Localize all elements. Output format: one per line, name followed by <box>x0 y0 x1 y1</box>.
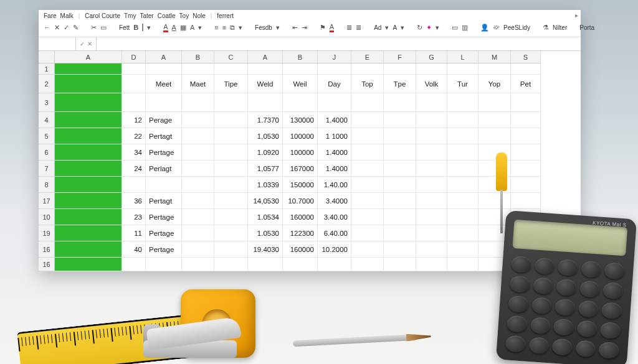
cell[interactable] <box>55 258 122 271</box>
cell[interactable]: Yop <box>478 75 511 93</box>
row-header[interactable]: 4 <box>39 112 55 128</box>
cell[interactable]: 36 <box>122 193 146 209</box>
dropdown-icon[interactable]: ▾ <box>147 22 151 32</box>
dropdown-icon[interactable]: ▾ <box>276 22 280 32</box>
arrow-left-icon[interactable]: ← <box>44 22 50 32</box>
cell[interactable] <box>122 93 146 112</box>
row-header[interactable]: 5 <box>39 128 55 144</box>
row-header[interactable]: 17 <box>39 193 55 209</box>
cell[interactable] <box>283 93 318 112</box>
scroll-right-icon[interactable]: ▸ <box>575 12 578 19</box>
col-header-B[interactable]: B <box>182 51 214 63</box>
cell[interactable] <box>416 225 447 241</box>
cell[interactable]: Pertagt <box>146 193 182 209</box>
indent-dec-icon[interactable]: ⇤ <box>292 22 298 32</box>
col-header-L[interactable]: L <box>447 51 478 63</box>
cell[interactable]: 3.40.00 <box>318 209 351 225</box>
row-header[interactable]: 8 <box>39 177 55 193</box>
cell[interactable]: 40 <box>122 241 146 258</box>
cell[interactable] <box>214 161 248 177</box>
cell[interactable]: 10.2000 <box>318 241 351 258</box>
cell[interactable] <box>182 258 214 271</box>
dropdown-icon[interactable]: ▾ <box>401 22 404 32</box>
check-icon[interactable]: ✓ <box>64 22 69 32</box>
cell[interactable] <box>511 112 541 128</box>
formula-input[interactable] <box>97 37 581 50</box>
cell[interactable] <box>214 144 248 161</box>
cell[interactable]: 3.4000 <box>318 193 351 209</box>
align-center-icon[interactable]: ≡ <box>222 22 226 32</box>
cell[interactable]: 1,0577 <box>248 161 283 177</box>
cell[interactable] <box>384 209 416 225</box>
underline-a-icon[interactable]: A <box>172 22 176 32</box>
cell[interactable] <box>146 63 182 75</box>
cell[interactable] <box>351 193 384 209</box>
cell[interactable]: Top <box>351 75 384 93</box>
cell[interactable] <box>351 241 384 258</box>
highlight-color-icon[interactable] <box>142 24 143 31</box>
refresh-icon[interactable]: ↻ <box>417 22 422 32</box>
cell[interactable] <box>478 128 511 144</box>
cell[interactable] <box>55 144 122 161</box>
dropdown-icon[interactable]: ▾ <box>239 22 242 32</box>
cell[interactable] <box>511 193 541 209</box>
cell[interactable] <box>55 93 122 112</box>
cell[interactable] <box>146 177 182 193</box>
cell[interactable] <box>55 225 122 241</box>
cell[interactable]: 34 <box>122 144 146 161</box>
cell[interactable] <box>351 161 384 177</box>
cell[interactable] <box>447 63 478 75</box>
cell[interactable] <box>182 177 214 193</box>
fx-x-icon[interactable]: ✕ <box>87 40 92 47</box>
row-header[interactable]: 19 <box>39 225 55 241</box>
cell[interactable] <box>416 144 447 161</box>
cell[interactable] <box>283 63 318 75</box>
cell[interactable]: 24 <box>122 161 146 177</box>
cell[interactable] <box>283 258 318 271</box>
cell[interactable] <box>318 63 351 75</box>
cell[interactable] <box>416 193 447 209</box>
cell[interactable] <box>511 63 541 75</box>
cell[interactable]: Pertage <box>146 209 182 225</box>
cell[interactable]: Weil <box>283 75 318 93</box>
cell[interactable]: 12 <box>122 112 146 128</box>
filter-icon[interactable]: ⚗ <box>543 22 549 32</box>
col-header-B[interactable]: B <box>283 51 318 63</box>
cell[interactable] <box>248 63 283 75</box>
wrap2-icon[interactable]: ≣ <box>356 22 361 32</box>
cell[interactable] <box>511 93 541 112</box>
cell[interactable]: 1,0530 <box>248 128 283 144</box>
cell[interactable] <box>214 93 248 112</box>
cell[interactable]: 19.4030 <box>248 241 283 258</box>
cell[interactable] <box>351 93 384 112</box>
merge-icon[interactable]: ⧉ <box>230 22 235 32</box>
col-header-A[interactable]: A <box>248 51 283 63</box>
cell[interactable]: 10.7000 <box>283 193 318 209</box>
cell[interactable] <box>351 225 384 241</box>
scissors-icon[interactable]: ✂ <box>91 22 97 32</box>
cell[interactable]: Maet <box>182 75 214 93</box>
col-header-J[interactable]: J <box>318 51 351 63</box>
cell[interactable] <box>55 63 122 75</box>
cell[interactable]: Tpe <box>384 75 416 93</box>
cell[interactable] <box>511 128 541 144</box>
cell[interactable] <box>122 177 146 193</box>
cell[interactable] <box>478 93 511 112</box>
cell[interactable] <box>447 112 478 128</box>
menu-coatle[interactable]: Coatle <box>158 12 176 19</box>
a-icon[interactable]: A <box>190 22 194 32</box>
cell[interactable] <box>478 63 511 75</box>
cell[interactable] <box>214 209 248 225</box>
cell[interactable] <box>55 177 122 193</box>
cell[interactable] <box>182 241 214 258</box>
insert-icon[interactable]: ▭ <box>452 22 458 32</box>
cell[interactable] <box>478 112 511 128</box>
col-header-A[interactable]: A <box>146 51 182 63</box>
a-red-icon[interactable]: A <box>330 22 334 32</box>
cell[interactable]: 23 <box>122 209 146 225</box>
cell[interactable] <box>447 193 478 209</box>
row-header[interactable]: 3 <box>39 93 55 112</box>
cell[interactable]: 100000 <box>283 144 318 161</box>
cell[interactable] <box>146 258 182 271</box>
cell[interactable] <box>447 209 478 225</box>
